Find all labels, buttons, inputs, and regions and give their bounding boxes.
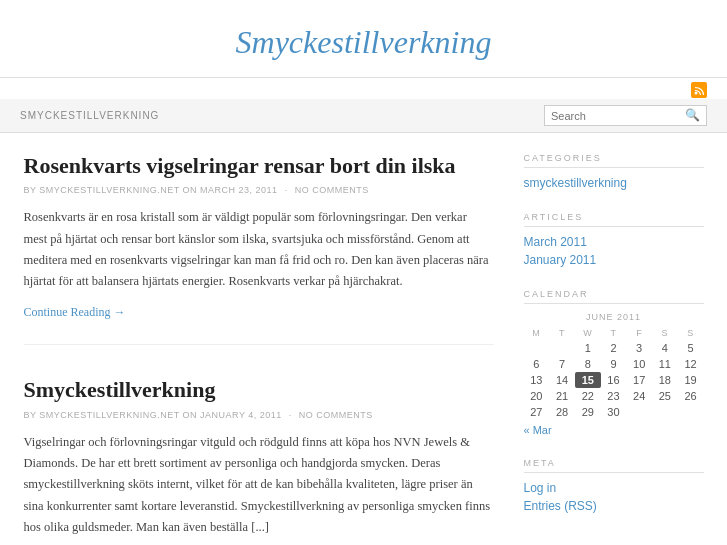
search-box[interactable]: 🔍 — [544, 105, 707, 126]
cal-day-2-5: 18 — [652, 372, 678, 388]
cal-th-w: W — [575, 326, 601, 340]
article-2-title: Smyckestillverkning — [24, 377, 494, 403]
site-title-link[interactable]: Smyckestillverkning — [236, 24, 492, 60]
calendar-body: 1234567891011121314151617181920212223242… — [524, 340, 704, 420]
sidebar-article-march-2011[interactable]: March 2011 — [524, 235, 704, 249]
rss-svg — [694, 85, 704, 95]
top-bar-site-name: SMYCKESTILLVERKNING — [20, 110, 159, 121]
cal-th-t2: T — [601, 326, 627, 340]
cal-day-3-3: 23 — [601, 388, 627, 404]
cal-day-4-4 — [626, 404, 652, 420]
calendar-nav: « Mar — [524, 424, 704, 436]
calendar-header-row: M T W T F S S — [524, 326, 704, 340]
sidebar-article-january-2011[interactable]: January 2011 — [524, 253, 704, 267]
sidebar-meta-login[interactable]: Log in — [524, 481, 704, 495]
calendar-prev[interactable]: « Mar — [524, 424, 552, 436]
cal-th-m: M — [524, 326, 550, 340]
rss-link[interactable] — [691, 82, 707, 99]
top-bar: SMYCKESTILLVERKNING 🔍 — [0, 99, 727, 133]
rss-icon — [691, 82, 707, 98]
article-1: Rosenkvarts vigselringar rensar bort din… — [24, 153, 494, 345]
cal-day-0-2: 1 — [575, 340, 601, 356]
article-1-meta: by SMYCKESTILLVERKNING.NET on MARCH 23, … — [24, 185, 494, 195]
cal-day-4-0: 27 — [524, 404, 550, 420]
cal-day-0-4: 3 — [626, 340, 652, 356]
cal-day-4-2: 29 — [575, 404, 601, 420]
content-area: Rosenkvarts vigselringar rensar bort din… — [24, 153, 494, 545]
cal-day-3-1: 21 — [549, 388, 575, 404]
article-1-title: Rosenkvarts vigselringar rensar bort din… — [24, 153, 494, 179]
calendar-week-0: 12345 — [524, 340, 704, 356]
main-layout: Rosenkvarts vigselringar rensar bort din… — [4, 133, 724, 545]
sidebar-meta-rss[interactable]: Entries (RSS) — [524, 499, 704, 513]
cal-day-4-3: 30 — [601, 404, 627, 420]
cal-th-s1: S — [652, 326, 678, 340]
svg-point-0 — [695, 92, 698, 95]
cal-th-f: F — [626, 326, 652, 340]
sidebar-calendar: CALENDAR JUNE 2011 M T W T F S S 1234567… — [524, 289, 704, 436]
article-2-body: Vigselringar och förlovningsringar vitgu… — [24, 432, 494, 538]
cal-day-3-5: 25 — [652, 388, 678, 404]
meta-heading: META — [524, 458, 704, 473]
cal-day-3-4: 24 — [626, 388, 652, 404]
cal-day-4-5 — [652, 404, 678, 420]
cal-day-1-0: 6 — [524, 356, 550, 372]
article-2-date: JANUARY 4, 2011 — [200, 410, 282, 420]
site-title[interactable]: Smyckestillverkning — [0, 24, 727, 61]
sidebar-categories: CATEGORIES smyckestillverkning — [524, 153, 704, 190]
cal-day-1-5: 11 — [652, 356, 678, 372]
sidebar: CATEGORIES smyckestillverkning ARTICLES … — [524, 153, 704, 545]
cal-day-2-4: 17 — [626, 372, 652, 388]
article-1-continue[interactable]: Continue Reading → — [24, 305, 126, 319]
cal-day-4-1: 28 — [549, 404, 575, 420]
cal-day-2-0: 13 — [524, 372, 550, 388]
sidebar-meta: META Log in Entries (RSS) — [524, 458, 704, 513]
search-input[interactable] — [551, 110, 681, 122]
cal-day-0-6: 5 — [678, 340, 704, 356]
articles-heading: ARTICLES — [524, 212, 704, 227]
sidebar-category-smyckestillverkning[interactable]: smyckestillverkning — [524, 176, 704, 190]
article-1-comments[interactable]: NO COMMENTS — [295, 185, 369, 195]
calendar-heading: CALENDAR — [524, 289, 704, 304]
calendar-week-3: 20212223242526 — [524, 388, 704, 404]
cal-day-2-1: 14 — [549, 372, 575, 388]
article-2: Smyckestillverkning by SMYCKESTILLVERKNI… — [24, 377, 494, 545]
cal-day-0-3: 2 — [601, 340, 627, 356]
calendar-week-1: 6789101112 — [524, 356, 704, 372]
search-icon: 🔍 — [685, 108, 700, 123]
cal-day-0-0 — [524, 340, 550, 356]
cal-th-t1: T — [549, 326, 575, 340]
cal-day-2-6: 19 — [678, 372, 704, 388]
article-2-meta: by SMYCKESTILLVERKNING.NET on JANUARY 4,… — [24, 410, 494, 420]
cal-day-2-2: 15 — [575, 372, 601, 388]
site-header: Smyckestillverkning — [0, 0, 727, 78]
cal-day-0-5: 4 — [652, 340, 678, 356]
cal-day-0-1 — [549, 340, 575, 356]
article-1-body: Rosenkvarts är en rosa kristall som är v… — [24, 207, 494, 292]
calendar-week-2: 13141516171819 — [524, 372, 704, 388]
cal-day-1-6: 12 — [678, 356, 704, 372]
calendar-month-label: JUNE 2011 — [524, 312, 704, 322]
cal-day-2-3: 16 — [601, 372, 627, 388]
cal-th-s2: S — [678, 326, 704, 340]
cal-day-3-0: 20 — [524, 388, 550, 404]
cal-day-4-6 — [678, 404, 704, 420]
article-2-title-link[interactable]: Smyckestillverkning — [24, 377, 216, 402]
article-2-comments[interactable]: NO COMMENTS — [299, 410, 373, 420]
categories-heading: CATEGORIES — [524, 153, 704, 168]
calendar-week-4: 27282930 — [524, 404, 704, 420]
cal-day-1-1: 7 — [549, 356, 575, 372]
cal-day-1-3: 9 — [601, 356, 627, 372]
article-1-date: MARCH 23, 2011 — [200, 185, 278, 195]
cal-day-3-6: 26 — [678, 388, 704, 404]
sidebar-articles: ARTICLES March 2011 January 2011 — [524, 212, 704, 267]
cal-day-3-2: 22 — [575, 388, 601, 404]
article-2-author[interactable]: SMYCKESTILLVERKNING.NET — [39, 410, 179, 420]
header-rss-area — [0, 78, 727, 99]
article-1-title-link[interactable]: Rosenkvarts vigselringar rensar bort din… — [24, 153, 456, 178]
cal-day-1-4: 10 — [626, 356, 652, 372]
cal-day-1-2: 8 — [575, 356, 601, 372]
calendar-table: M T W T F S S 12345678910111213141516171… — [524, 326, 704, 420]
article-1-author[interactable]: SMYCKESTILLVERKNING.NET — [39, 185, 179, 195]
